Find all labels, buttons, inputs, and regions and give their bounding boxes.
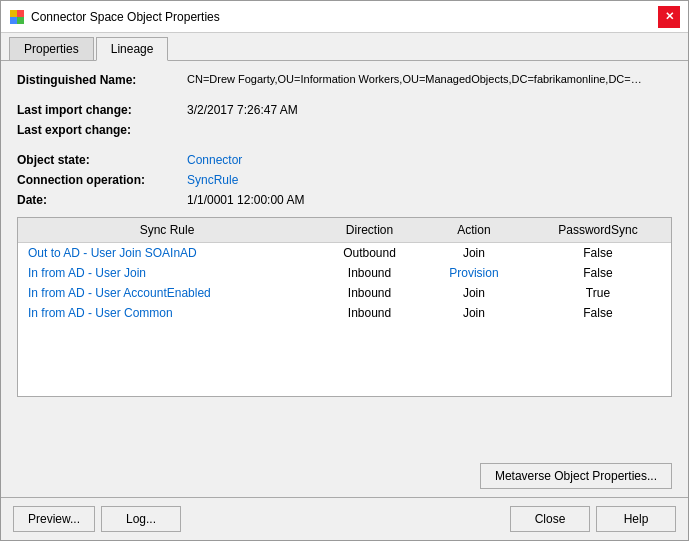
connection-operation-value: SyncRule [187,173,672,187]
cell-password-sync: False [525,243,671,264]
svg-rect-3 [17,17,24,24]
metaverse-button-row: Metaverse Object Properties... [1,459,688,497]
content-area: Distinguished Name: CN=Drew Fogarty,OU=I… [1,61,688,459]
cell-password-sync: False [525,263,671,283]
object-state-row: Object state: Connector [17,153,672,167]
close-button[interactable]: ✕ [658,6,680,28]
app-icon [9,9,25,25]
cell-action: Join [423,303,525,323]
cell-direction: Inbound [316,283,423,303]
cell-sync-rule[interactable]: In from AD - User AccountEnabled [18,283,316,303]
cell-sync-rule[interactable]: In from AD - User Join [18,263,316,283]
cell-direction: Outbound [316,243,423,264]
svg-rect-0 [10,10,17,17]
date-label: Date: [17,193,187,207]
title-bar: Connector Space Object Properties ✕ [1,1,688,33]
connection-operation-label: Connection operation: [17,173,187,187]
col-action: Action [423,218,525,243]
date-row: Date: 1/1/0001 12:00:00 AM [17,193,672,207]
log-button[interactable]: Log... [101,506,181,532]
cell-sync-rule[interactable]: In from AD - User Common [18,303,316,323]
close-dialog-button[interactable]: Close [510,506,590,532]
col-password-sync: PasswordSync [525,218,671,243]
svg-rect-2 [10,17,17,24]
distinguished-name-value: CN=Drew Fogarty,OU=Information Workers,O… [187,73,647,85]
footer-right: Close Help [510,506,676,532]
metaverse-properties-button[interactable]: Metaverse Object Properties... [480,463,672,489]
cell-sync-rule[interactable]: Out to AD - User Join SOAInAD [18,243,316,264]
last-export-label: Last export change: [17,123,187,137]
footer-left: Preview... Log... [13,506,181,532]
cell-action: Provision [423,263,525,283]
table-row: In from AD - User CommonInboundJoinFalse [18,303,671,323]
connection-operation-row: Connection operation: SyncRule [17,173,672,187]
object-state-value: Connector [187,153,672,167]
table-header-row: Sync Rule Direction Action PasswordSync [18,218,671,243]
distinguished-name-row: Distinguished Name: CN=Drew Fogarty,OU=I… [17,73,672,87]
cell-password-sync: True [525,283,671,303]
cell-action: Join [423,243,525,264]
help-button[interactable]: Help [596,506,676,532]
distinguished-name-label: Distinguished Name: [17,73,187,87]
tab-lineage[interactable]: Lineage [96,37,169,61]
col-sync-rule: Sync Rule [18,218,316,243]
last-export-row: Last export change: [17,123,672,137]
main-window: Connector Space Object Properties ✕ Prop… [0,0,689,541]
cell-action: Join [423,283,525,303]
tab-bar: Properties Lineage [1,33,688,61]
sync-rules-table-container: Sync Rule Direction Action PasswordSync … [17,217,672,397]
table-row: Out to AD - User Join SOAInADOutboundJoi… [18,243,671,264]
last-import-row: Last import change: 3/2/2017 7:26:47 AM [17,103,672,117]
svg-rect-1 [17,10,24,17]
object-state-label: Object state: [17,153,187,167]
footer-bar: Preview... Log... Close Help [1,497,688,540]
window-title: Connector Space Object Properties [31,10,220,24]
preview-button[interactable]: Preview... [13,506,95,532]
last-import-value: 3/2/2017 7:26:47 AM [187,103,672,117]
last-import-label: Last import change: [17,103,187,117]
cell-direction: Inbound [316,303,423,323]
sync-rules-table: Sync Rule Direction Action PasswordSync … [18,218,671,323]
tab-properties[interactable]: Properties [9,37,94,60]
table-row: In from AD - User AccountEnabledInboundJ… [18,283,671,303]
cell-direction: Inbound [316,263,423,283]
date-value: 1/1/0001 12:00:00 AM [187,193,672,207]
table-row: In from AD - User JoinInboundProvisionFa… [18,263,671,283]
col-direction: Direction [316,218,423,243]
cell-password-sync: False [525,303,671,323]
title-bar-left: Connector Space Object Properties [9,9,220,25]
